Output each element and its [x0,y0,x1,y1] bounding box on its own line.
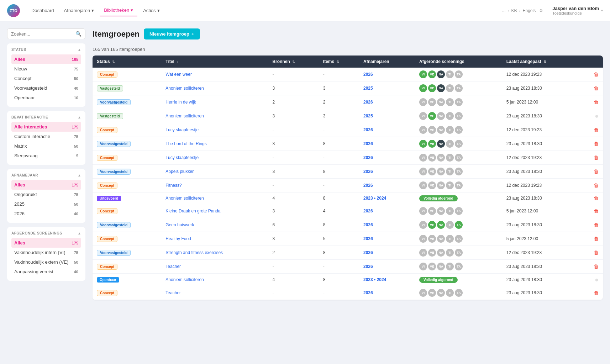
year-link[interactable]: 2026 [363,72,373,77]
cell-status: Voorvastgesteld [93,246,161,260]
year-link[interactable]: 2026 [363,209,373,213]
title-link[interactable]: Appels plukken [165,169,194,174]
cell-bronnen: - [268,260,319,274]
delete-icon[interactable]: 🗑 [594,236,599,242]
delete-icon[interactable]: 🗑 [594,250,599,255]
title-link[interactable]: Wat een weer [165,72,192,77]
delete-icon[interactable]: 🗑 [594,127,599,133]
sidebar-item-concept[interactable]: Concept 50 [11,74,81,83]
sidebar-item-2026[interactable]: 2026 40 [11,209,81,218]
year-link[interactable]: 2026 [363,250,373,255]
sidebar-item-alles-screening[interactable]: Alles 175 [11,238,81,248]
year-link[interactable]: 2025 [363,86,373,91]
sidebar-item-nieuw[interactable]: Nieuw 75 [11,64,81,74]
title-link[interactable]: Anoniem solliciteren [165,277,204,282]
sidebar-status-header[interactable]: STATUS ▲ [11,48,81,52]
sidebar-item-alles-jaar[interactable]: Alles 175 [11,180,81,190]
delete-icon[interactable]: 🗑 [594,208,599,214]
delete-icon[interactable]: 🗑 [594,72,599,77]
year-link[interactable]: 2026 [363,264,373,269]
year-link[interactable]: 2026 [363,169,373,174]
title-link[interactable]: Teacher [165,290,181,295]
col-screenings[interactable]: Afgeronde screenings [415,56,502,68]
year-link[interactable]: 2026 [363,183,373,188]
sidebar-item-aanpassing[interactable]: Aanpassing vereist 40 [11,267,81,276]
delete-icon[interactable]: 🗑 [594,99,599,105]
nav-acties[interactable]: Acties ▾ [139,5,164,16]
title-link[interactable]: Lucy slaapfeestje [165,127,199,132]
col-titel[interactable]: Titel ↓ [161,56,268,68]
table-row: ConceptLucy slaapfeestje--2026VIVENATITA… [93,151,603,165]
plus-icon: + [191,31,194,37]
delete-icon[interactable]: 🗑 [594,264,599,269]
year-link[interactable]: 2025 [363,114,373,118]
volledig-badge: Volledig afgerond [419,277,458,283]
sidebar: 🔍 STATUS ▲ Alles 165 Nieuw 75 Concept 50… [7,28,85,357]
sidebar-item-alle-interacties[interactable]: Alle interacties 175 [11,122,81,132]
year-link[interactable]: 2026 [363,127,373,132]
sidebar-item-voorvastgesteld[interactable]: Voorvastgesteld 40 [11,83,81,93]
nav-bibliotheken[interactable]: Bibliotheken ▾ [100,5,137,16]
nav-afnamejaren[interactable]: Afnamejaren ▾ [60,5,99,16]
sidebar-item-custom-interactie[interactable]: Custom interactie 75 [11,132,81,141]
delete-icon[interactable]: 🗑 [594,195,599,201]
title-link[interactable]: Teacher [165,264,181,269]
sidebar-item-matrix[interactable]: Matrix 50 [11,141,81,151]
title-link[interactable]: Healthy Food [165,236,191,241]
col-datum[interactable]: Laatst aangepast ⇅ [502,56,581,68]
delete-icon[interactable]: 🗑 [594,85,599,91]
app-logo[interactable]: ZTO [7,4,20,17]
screen-badge-vi: VI [419,168,427,175]
year-link[interactable]: 2026 [363,290,373,295]
title-link[interactable]: Lucy slaapfeestje [165,155,199,160]
title-link[interactable]: Strength and fitness exercises [165,250,223,255]
col-bronnen[interactable]: Bronnen ⇅ [268,56,319,68]
title-link[interactable]: Anoniem solliciteren [165,196,204,201]
new-itemgroep-button[interactable]: Nieuwe itemgroep + [144,28,200,39]
sidebar-item-sleepvraag[interactable]: Sleepvraag 5 [11,151,81,160]
sidebar-item-ongebruikt[interactable]: Ongebruikt 75 [11,190,81,199]
chevron-up-icon: ▲ [78,48,81,52]
sidebar-item-2025[interactable]: 2025 50 [11,199,81,209]
sidebar-item-vi[interactable]: Vakinhoudelijk intern (VI) 75 [11,248,81,257]
year-link[interactable]: 2023 • 2024 [363,196,386,201]
title-link[interactable]: Geen huiswerk [165,222,194,227]
delete-icon[interactable]: 🗑 [594,222,599,228]
cell-afnamejaar: 2026 [359,137,415,151]
year-link[interactable]: 2026 [363,222,373,227]
sidebar-screenings-header[interactable]: AFGERONDE SCREENINGS ▲ [11,231,81,235]
year-link[interactable]: 2026 [363,155,373,160]
screen-badge-ta: TA [455,154,463,162]
delete-icon[interactable]: 🗑 [594,183,599,188]
title-link[interactable]: Fitness? [165,183,182,188]
sidebar-item-ve[interactable]: Vakinhoudelijk extern (VE) 50 [11,257,81,267]
table-row: VastgesteldAnoniem solliciteren332025VIV… [93,81,603,95]
year-link[interactable]: 2026 [363,141,373,146]
title-link[interactable]: Kleine Draak en grote Panda [165,209,220,213]
delete-icon[interactable]: 🗑 [594,141,599,147]
nav-dashboard[interactable]: Dashboard [27,5,58,16]
title-link[interactable]: The Lord of the Rings [165,141,206,146]
sidebar-afnamejaar-header[interactable]: AFNAMEJAAR ▲ [11,173,81,177]
col-status[interactable]: Status ⇅ [93,56,161,68]
year-link[interactable]: 2026 [363,236,373,241]
sidebar-item-openbaar[interactable]: Openbaar 10 [11,93,81,102]
year-link[interactable]: 2026 [363,100,373,105]
title-link[interactable]: Herrie in de wijk [165,100,196,105]
cell-status: Concept [93,260,161,274]
col-items[interactable]: Items ⇅ [319,56,359,68]
search-input[interactable] [11,31,73,37]
cell-datum: 23 aug 2023 18:30 [502,286,581,300]
delete-icon[interactable]: 🗑 [594,155,599,160]
cell-actions: 🗑 [581,246,603,260]
col-afnamejaren[interactable]: Afnamejaren [359,56,415,68]
delete-icon[interactable]: 🗑 [594,290,599,296]
screen-badge-ti: TI [446,126,454,134]
title-link[interactable]: Anoniem solliciteren [165,114,204,118]
year-link[interactable]: 2023 • 2024 [363,277,386,282]
user-menu[interactable]: Jasper van den Blom Toetsdeskundige ▾ [552,6,603,15]
delete-icon[interactable]: 🗑 [594,169,599,174]
sidebar-interactie-header[interactable]: BEVAT INTERACTIE ▲ [11,115,81,119]
sidebar-item-alles-status[interactable]: Alles 165 [11,54,81,64]
title-link[interactable]: Anoniem solliciteren [165,86,204,91]
